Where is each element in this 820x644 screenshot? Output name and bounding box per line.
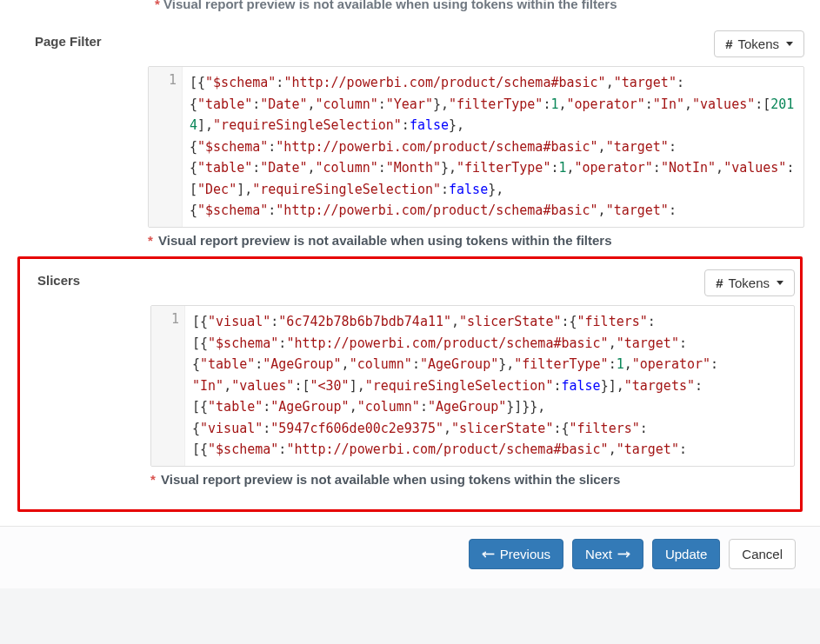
arrow-left-icon: 🡐 bbox=[482, 547, 495, 561]
slicers-code[interactable]: [{"visual":"6c742b78b6b7bdb74a11","slice… bbox=[185, 306, 794, 466]
hash-icon: # bbox=[716, 276, 723, 290]
next-button[interactable]: Next 🡒 bbox=[572, 539, 643, 569]
slicers-section: Slicers # Tokens 1 [{"visual":"6c742b78b… bbox=[25, 269, 795, 487]
previous-button[interactable]: 🡐 Previous bbox=[469, 539, 563, 569]
arrow-right-icon: 🡒 bbox=[617, 547, 630, 561]
slicers-highlight-box: Slicers # Tokens 1 [{"visual":"6c742b78b… bbox=[17, 256, 803, 512]
asterisk-icon: * bbox=[148, 233, 153, 248]
update-button[interactable]: Update bbox=[652, 539, 720, 569]
editor-gutter: 1 bbox=[149, 67, 183, 227]
slicers-label: Slicers bbox=[25, 269, 150, 288]
page-filter-tokens-button[interactable]: # Tokens bbox=[714, 30, 804, 57]
footer-bar: 🡐 Previous Next 🡒 Update Cancel bbox=[0, 526, 820, 588]
asterisk-icon: * bbox=[150, 472, 156, 487]
editor-gutter: 1 bbox=[151, 306, 185, 466]
chevron-down-icon bbox=[777, 281, 783, 285]
cancel-button[interactable]: Cancel bbox=[729, 539, 796, 569]
slicers-tokens-button[interactable]: # Tokens bbox=[704, 269, 795, 296]
page-filter-warning: * Visual report preview is not available… bbox=[148, 233, 804, 248]
page-filter-section: Page Filter # Tokens 1 [{"$schema":"http… bbox=[16, 30, 804, 248]
page-filter-code[interactable]: [{"$schema":"http://powerbi.com/product/… bbox=[183, 67, 803, 227]
page-filter-label: Page Filter bbox=[16, 30, 148, 49]
truncated-warning-text: * Visual report preview is not available… bbox=[155, 0, 804, 11]
slicers-code-editor[interactable]: 1 [{"visual":"6c742b78b6b7bdb74a11","sli… bbox=[150, 305, 795, 467]
page-filter-code-editor[interactable]: 1 [{"$schema":"http://powerbi.com/produc… bbox=[148, 66, 804, 228]
slicers-warning: * Visual report preview is not available… bbox=[150, 472, 795, 487]
chevron-down-icon bbox=[786, 42, 793, 46]
hash-icon: # bbox=[725, 37, 732, 51]
